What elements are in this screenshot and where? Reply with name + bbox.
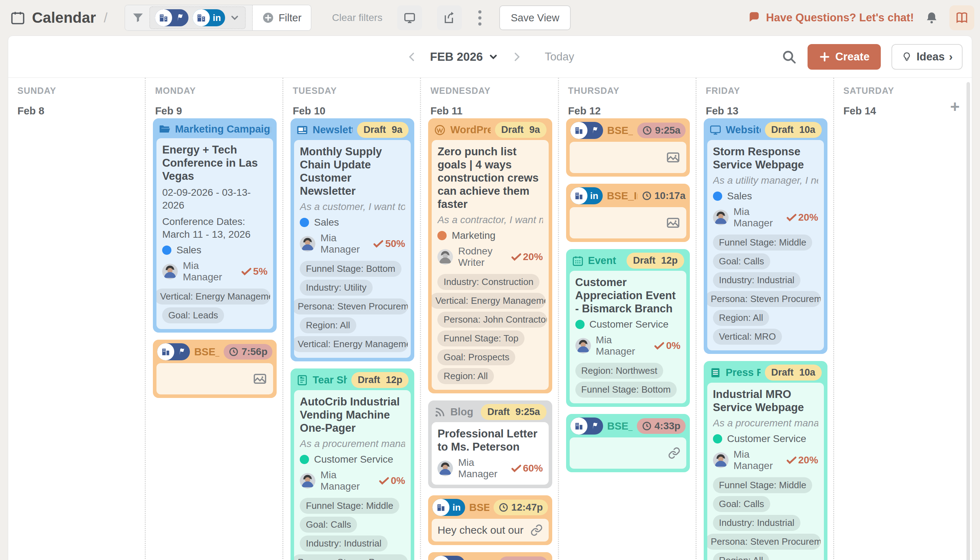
social-post-body	[570, 207, 686, 238]
social-post-card[interactable]: BSE_Indust... 3:19p Hey check out our la…	[428, 552, 552, 560]
label-dot	[162, 245, 171, 255]
share-button[interactable]	[437, 5, 462, 30]
funnel-icon	[132, 12, 144, 24]
clock-icon	[642, 191, 652, 201]
card-label: Marketing	[452, 230, 495, 241]
content-card-marketing-campaign[interactable]: Marketing Campaign Energy + Tech Confere…	[153, 118, 277, 333]
content-card-tear-sheet[interactable]: Tear Sheet Draft12p AutoCrib Industrial …	[290, 368, 414, 560]
card-label: Customer Service	[589, 319, 669, 330]
today-button[interactable]: Today	[545, 50, 574, 63]
clear-filters-link[interactable]: Clear filters	[332, 12, 382, 23]
notifications-button[interactable]	[925, 11, 939, 25]
next-month-button[interactable]	[511, 51, 523, 63]
month-dropdown[interactable]: FEB 2026	[430, 50, 499, 63]
progress-indicator: 60%	[511, 463, 543, 474]
social-post-card[interactable]: BSE_Indust... 4:33p	[566, 414, 690, 472]
display-mode-button[interactable]	[397, 5, 422, 30]
tag-pill: Industry: Utility	[300, 280, 373, 296]
progress-indicator: 0%	[654, 340, 680, 352]
card-title: Customer Appreciation Event - Bismarck B…	[575, 276, 681, 315]
card-label: Sales	[176, 245, 201, 256]
event-icon	[572, 255, 584, 267]
building-icon	[570, 418, 588, 435]
profile-filter-dropdown[interactable]: in	[149, 7, 246, 29]
tag-pill: Persona: Steven Procurement	[707, 534, 821, 550]
tag-pill: Region: All	[713, 310, 769, 326]
tag-pill: Region: All	[437, 368, 494, 384]
ideas-button[interactable]: Ideas ›	[892, 44, 963, 70]
more-options-button[interactable]	[478, 10, 481, 26]
progress-indicator: 20%	[786, 212, 818, 223]
label-dot	[300, 218, 309, 227]
tag-pill: Goal: Prospects	[437, 349, 515, 365]
page-title-text: Calendar	[32, 9, 96, 26]
tag-pill: Industry: Industrial	[300, 535, 387, 552]
tag-pill: Goal: Calls	[713, 253, 770, 269]
linkedin-icon: in	[590, 190, 598, 202]
post-time: 10:17a	[642, 188, 686, 203]
card-title: Industrial MRO Service Webpage	[713, 388, 818, 414]
day-column-saturday: SATURDAY Feb 14 +	[834, 78, 972, 560]
content-card-wordpress[interactable]: WordPress Draft9a Zero punch list goals …	[428, 118, 552, 393]
tag-pill: Region: All	[713, 553, 769, 560]
day-column-sunday: SUNDAY Feb 8	[8, 78, 146, 560]
tag-pill: Funnel Stage: Bottom	[300, 261, 401, 277]
linkedin-icon: in	[452, 502, 461, 513]
tag-pill: Vertical: Energy Management	[432, 293, 546, 309]
day-name: SATURDAY	[843, 86, 963, 96]
day-date: Feb 8	[17, 105, 135, 117]
social-post-body	[157, 363, 273, 394]
avatar	[713, 210, 729, 225]
week-grid: SUNDAY Feb 8 MONDAY Feb 9 Marketing Camp…	[8, 78, 972, 560]
active-filter-chips[interactable]: in	[125, 5, 253, 30]
prev-month-button[interactable]	[406, 51, 418, 63]
check-icon	[786, 455, 797, 465]
newsletter-icon	[296, 124, 308, 136]
chat-link[interactable]: Have Questions? Let's chat!	[748, 11, 914, 25]
blogpost-icon	[434, 406, 446, 418]
wordpress-icon	[434, 124, 446, 136]
social-post-card[interactable]: BSE_Indust... 9:25a	[566, 118, 690, 177]
add-item-button[interactable]: +	[950, 98, 960, 115]
content-card-newsletter[interactable]: Newsletter Draft9a Monthly Supply Chain …	[290, 118, 414, 362]
pressrelease-icon	[710, 367, 721, 379]
add-filter-button[interactable]: Filter	[253, 5, 311, 30]
check-icon	[511, 463, 522, 474]
calendar-panel: FEB 2026 Today Create Ideas ›	[8, 35, 972, 560]
breadcrumb: /	[104, 10, 108, 26]
tag-pill: Goal: Calls	[300, 517, 357, 533]
social-post-card[interactable]: in BSE_Industr... 10:17a	[566, 184, 690, 242]
add-filter-label: Filter	[279, 12, 301, 24]
card-story: As a customer, I want to know…	[300, 201, 405, 212]
content-card-blog-post[interactable]: Blog Post Draft9:25a Professional Letter…	[428, 400, 552, 488]
owner-name: Mia Manager	[734, 449, 781, 472]
social-post-card[interactable]: in BSE_Indus... 12:47p Hey check out our…	[428, 495, 552, 545]
building-icon	[432, 556, 449, 560]
content-card-website-content[interactable]: Website Cont... Draft10a Storm Response …	[704, 118, 828, 354]
status-pill: Draft12p	[626, 253, 684, 268]
check-icon	[511, 252, 522, 262]
search-button[interactable]	[781, 49, 797, 65]
lightbulb-icon	[902, 52, 912, 62]
owner-name: Mia Manager	[596, 334, 649, 357]
social-profile-chip	[570, 418, 603, 435]
create-button[interactable]: Create	[808, 44, 881, 70]
ideas-button-label: Ideas	[917, 50, 945, 63]
vertical-scrollbar[interactable]	[967, 82, 970, 560]
avatar	[162, 264, 178, 279]
pennant-icon	[175, 13, 184, 22]
avatar	[713, 452, 729, 468]
content-card-press-release[interactable]: Press Release Draft10a Industrial MRO Se…	[704, 361, 828, 560]
tag-pill: Persona: Steven Procurement	[294, 554, 408, 560]
social-post-card[interactable]: BSE_Indust... 7:56p	[153, 340, 277, 398]
calendar-icon	[10, 10, 26, 26]
chat-bubble-icon	[748, 11, 761, 25]
tag-pill: Funnel Stage: Middle	[300, 498, 399, 514]
tag-pill: Vertical: MRO	[713, 329, 782, 345]
help-docs-button[interactable]	[950, 5, 974, 30]
content-card-event[interactable]: Event Draft12p Customer Appreciation Eve…	[566, 249, 690, 407]
create-button-label: Create	[835, 50, 870, 63]
tag-pill: Vertical: Energy Management	[294, 336, 408, 352]
plus-icon	[819, 51, 830, 63]
save-view-button[interactable]: Save View	[499, 5, 571, 30]
